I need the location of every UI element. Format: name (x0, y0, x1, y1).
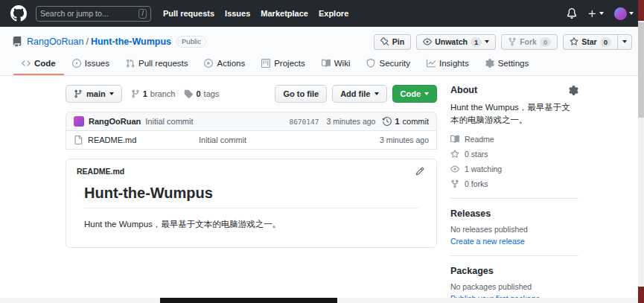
vertical-scrollbar-thumb[interactable] (638, 22, 644, 118)
branch-icon (131, 89, 140, 98)
star-menu-button[interactable] (618, 34, 632, 50)
add-file-button[interactable]: Add file (332, 85, 386, 103)
packages-title: Packages (450, 266, 578, 276)
fork-icon (508, 37, 517, 46)
play-circle-icon (204, 59, 213, 68)
repo-tabs: Code Issues Pull requests Actions Projec… (12, 54, 632, 75)
shield-icon (366, 59, 375, 68)
repo-icon (12, 36, 22, 47)
repo-owner-link[interactable]: RangOoRuan (27, 36, 83, 47)
star-button[interactable]: Star 0 (563, 34, 618, 50)
watchers-count-badge: 1 (471, 37, 482, 47)
branch-toolbar: main 1 branch 0 tags Go to file Add file (66, 85, 437, 103)
commit-time: 3 minutes ago (326, 117, 375, 126)
about-description: Hunt the Wumpus，最早基于文本的电脑游戏之一。 (450, 101, 578, 127)
tab-settings[interactable]: Settings (477, 54, 538, 75)
stars-stat-link[interactable]: 0 stars (450, 150, 578, 159)
unwatch-label: Unwatch (435, 37, 468, 46)
tab-issues[interactable]: Issues (64, 54, 118, 75)
commit-count-number: 1 (395, 117, 399, 126)
gear-icon (485, 59, 494, 68)
file-row[interactable]: README.md Initial commit 3 minutes ago (66, 131, 437, 150)
tab-label: Settings (498, 59, 529, 68)
about-title: About (450, 85, 477, 95)
visibility-badge: Public (176, 36, 206, 48)
global-search[interactable]: / (36, 6, 151, 22)
eye-icon (423, 37, 432, 46)
horizontal-scrollbar-thumb[interactable] (160, 298, 337, 303)
pin-button[interactable]: Pin (374, 34, 411, 50)
edit-readme-button[interactable] (414, 165, 426, 177)
star-button-group: Star 0 (563, 34, 632, 50)
star-icon (570, 37, 578, 46)
repo-title-row: RangOoRuan / Hunt-the-Wumpus Public Pin … (12, 33, 632, 51)
fork-icon (450, 179, 459, 188)
tab-projects[interactable]: Projects (253, 54, 313, 75)
tab-security[interactable]: Security (358, 54, 418, 75)
project-board-icon (261, 59, 270, 68)
pin-icon (380, 37, 389, 46)
about-header: About (450, 85, 578, 95)
notifications-bell-icon[interactable] (567, 8, 577, 19)
create-release-link[interactable]: Create a new release (450, 237, 525, 246)
create-new-menu[interactable] (587, 9, 604, 19)
file-name-link[interactable]: README.md (88, 135, 136, 144)
tab-pull-requests[interactable]: Pull requests (118, 54, 196, 75)
stat-label: Readme (465, 135, 494, 144)
header-right-cluster (567, 7, 634, 20)
commit-history-link[interactable]: 1 commit (383, 117, 429, 126)
github-logo-icon[interactable] (10, 5, 27, 22)
tags-link[interactable]: 0 tags (184, 89, 219, 98)
search-input[interactable] (40, 9, 138, 18)
tab-label: Wiki (334, 59, 351, 68)
forks-stat-link[interactable]: 0 forks (450, 179, 578, 188)
nav-issues[interactable]: Issues (225, 9, 250, 18)
stat-label: 1 watching (465, 165, 502, 173)
star-icon (450, 150, 459, 159)
star-label: Star (581, 37, 596, 46)
branch-selector[interactable]: main (66, 85, 122, 103)
user-avatar (614, 7, 627, 20)
page-content: main 1 branch 0 tags Go to file Add file (0, 76, 644, 303)
scrollbar-down-button[interactable] (638, 287, 644, 303)
tab-label: Insights (439, 59, 469, 68)
releases-empty-text: No releases published (450, 225, 578, 234)
edit-about-button[interactable] (569, 86, 578, 95)
nav-pull-requests[interactable]: Pull requests (163, 9, 214, 18)
commit-author-avatar[interactable] (74, 116, 84, 127)
packages-empty-text: No packages published (450, 282, 578, 291)
tab-insights[interactable]: Insights (418, 54, 477, 75)
tab-wiki[interactable]: Wiki (313, 54, 359, 75)
readme-stat-link[interactable]: Readme (450, 135, 578, 144)
caret-down-icon (599, 12, 604, 15)
code-download-button[interactable]: Code (392, 85, 438, 103)
file-commit-message-link[interactable]: Initial commit (199, 135, 380, 144)
branches-link[interactable]: 1 branch (131, 89, 176, 98)
watching-stat-link[interactable]: 1 watching (450, 165, 578, 173)
latest-commit-bar: RangOoRuan Initial commit 8670147 3 minu… (66, 112, 437, 131)
go-to-file-button[interactable]: Go to file (275, 85, 327, 103)
vertical-scrollbar[interactable] (638, 0, 644, 303)
tag-icon (184, 89, 193, 98)
global-header: / Pull requests Issues Marketplace Explo… (0, 0, 644, 27)
pull-request-icon (126, 59, 135, 68)
repo-name-link[interactable]: Hunt-the-Wumpus (91, 36, 171, 47)
header-nav: Pull requests Issues Marketplace Explore (163, 9, 348, 18)
tab-actions[interactable]: Actions (196, 54, 253, 75)
code-icon (22, 59, 31, 68)
user-menu[interactable] (614, 7, 634, 20)
commit-author-link[interactable]: RangOoRuan (89, 117, 141, 126)
stat-label: 0 stars (465, 150, 488, 159)
scrollbar-up-button[interactable] (638, 0, 644, 21)
commit-message-link[interactable]: Initial commit (145, 117, 193, 126)
unwatch-button[interactable]: Unwatch 1 (416, 34, 496, 50)
commit-hash-link[interactable]: 8670147 (289, 118, 319, 126)
tab-code[interactable]: Code (13, 54, 64, 75)
nav-marketplace[interactable]: Marketplace (261, 9, 308, 18)
readme-body: Hunt-the-Wumpus Hunt the Wumpus，最早基于文本的电… (66, 180, 436, 247)
branch-icon (74, 89, 83, 98)
horizontal-scrollbar[interactable] (0, 298, 638, 303)
fork-button[interactable]: Fork 0 (501, 34, 558, 50)
tab-label: Code (34, 59, 56, 68)
nav-explore[interactable]: Explore (319, 9, 348, 18)
